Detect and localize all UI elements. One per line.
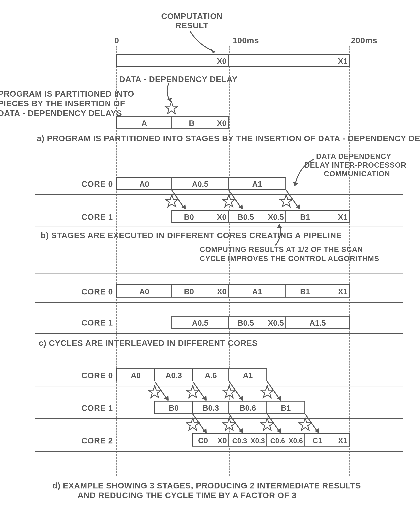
lbl-a-Bx: X0	[217, 119, 226, 128]
b-core1-s2-r: X1	[338, 213, 347, 221]
label-data-dep-delay: DATA - DEPENDENCY DELAY	[119, 75, 238, 84]
c-core0-s3-r: X1	[338, 287, 347, 296]
label-computation-result: COMPUTATION RESULT	[157, 12, 227, 30]
d-core2-s0-lbl: C0	[198, 436, 208, 445]
d-core0-s1: A0.3	[154, 368, 193, 381]
b-core1-label: CORE 1	[82, 212, 113, 222]
c-core0-s1-r: X0	[217, 287, 226, 296]
d-core0-s3-lbl: A1	[243, 371, 253, 380]
d-core0-s1-lbl: A0.3	[165, 371, 182, 380]
d-core1-s1-lbl: B0.3	[203, 404, 219, 412]
d-star-a2	[186, 385, 200, 399]
b-core1-s1: B0.5X0.5	[228, 210, 286, 223]
c-core1-s1-lbl: B0.5	[238, 319, 254, 327]
d-core2-s2: C0.6X0.6	[266, 433, 305, 447]
d-core0-s2-lbl: A.6	[205, 371, 217, 380]
box-a-B: B X0	[172, 116, 229, 129]
c-core0-s0: A0	[116, 284, 172, 298]
b-core1-s2: B1X1	[285, 210, 350, 223]
b-core1-s0: B0X0	[172, 210, 229, 223]
svg-marker-9	[186, 386, 199, 398]
c-rule-top	[35, 273, 403, 274]
caption-d-l1: d) EXAMPLE SHOWING 3 STAGES, PRODUCING 2…	[52, 481, 361, 490]
label-ipc-l3: COMMUNICATION	[324, 170, 390, 178]
d-core1-s0: B0	[154, 401, 193, 414]
b-core0-label: CORE 0	[82, 179, 113, 189]
b-core0-s0: A0	[116, 177, 172, 190]
axis-tick-100: 100ms	[233, 36, 259, 45]
b-core0-s2: A1	[228, 177, 286, 190]
d-star-b1	[186, 417, 200, 432]
c-core0-label: CORE 0	[82, 287, 113, 296]
d-core2-s0: C0X0	[192, 433, 229, 447]
leader-half-scan	[271, 224, 295, 247]
d-core2-s1-r: X0.3	[251, 437, 265, 445]
d-core1-s2-lbl: B0.6	[240, 404, 256, 412]
label-half-scan-l1: COMPUTING RESULTS AT 1/2 OF THE SCAN	[200, 245, 363, 254]
d-core1-s3: B1	[266, 401, 305, 414]
label-partition-note-l3: DATA - DEPENDENCY DELAYS	[0, 109, 112, 118]
d-rule-3	[35, 451, 403, 452]
d-star-b3	[260, 417, 274, 432]
d-core2-s1-lbl: C0.3	[232, 437, 247, 445]
c-core0-s3: B1X1	[285, 284, 350, 298]
b-core0-s1: A0.5	[172, 177, 229, 190]
d-star-a3	[222, 385, 236, 399]
lbl-a-A: A	[142, 119, 147, 128]
d-rule-1	[35, 386, 403, 387]
c-core0-s1: B0X0	[172, 284, 229, 298]
b-rule-1	[35, 194, 403, 195]
svg-marker-5	[222, 195, 235, 207]
b-star-2	[222, 194, 236, 208]
caption-a: a) PROGRAM IS PARTITIONED INTO STAGES BY…	[37, 134, 420, 143]
c-core0-s0-lbl: A0	[139, 287, 149, 296]
label-ipc-l2: DELAY INTER-PROCESSOR	[304, 161, 406, 169]
svg-marker-6	[280, 195, 292, 207]
svg-marker-4	[165, 195, 178, 207]
label-half-scan-l2: CYCLE IMPROVES THE CONTROL ALGORITHMS	[200, 255, 379, 263]
b-core1-s0-r: X0	[217, 213, 226, 221]
c-core1-s0-lbl: A0.5	[192, 319, 209, 327]
leader-computation-result	[186, 31, 225, 54]
label-ipc-l1: DATA DEPENDENCY	[316, 152, 391, 161]
d-star-a1	[148, 385, 162, 399]
d-core2-s2-lbl: C0.6	[270, 437, 285, 445]
d-rule-2	[35, 418, 403, 419]
c-core1-label: CORE 1	[82, 318, 113, 327]
svg-marker-11	[261, 386, 274, 398]
label-partition-note-l1: PROGRAM IS PARTITIONED INTO	[0, 89, 112, 99]
axis-tick-200: 200ms	[351, 36, 377, 45]
d-core1-s3-lbl: B1	[281, 404, 291, 412]
svg-marker-15	[299, 418, 312, 431]
d-star-b2	[222, 417, 236, 432]
leader-ipc	[293, 159, 318, 190]
d-core0-s0: A0	[116, 368, 155, 381]
svg-marker-14	[261, 418, 274, 431]
caption-d-l2: AND REDUCING THE CYCLE TIME BY A FACTOR …	[78, 491, 296, 500]
cycle1-result: X1	[338, 57, 347, 66]
svg-marker-8	[148, 386, 161, 398]
d-core1-s1: B0.3	[192, 401, 229, 414]
caption-c: c) CYCLES ARE INTERLEAVED IN DIFFERENT C…	[39, 339, 258, 348]
b-core1-s1-r: X0.5	[268, 213, 284, 221]
box-cycle0: X0	[116, 54, 229, 67]
lbl-a-B: B	[189, 119, 195, 128]
d-core2-s2-r: X0.6	[289, 437, 303, 445]
c-core0-s2-lbl: A1	[252, 287, 262, 296]
svg-marker-7	[277, 224, 282, 228]
c-rule-bot	[35, 333, 403, 334]
d-core1-s0-lbl: B0	[169, 404, 179, 412]
d-core2-s3: C1X1	[304, 433, 350, 447]
d-core0-s0-lbl: A0	[131, 371, 141, 380]
caption-b: b) STAGES ARE EXECUTED IN DIFFERENT CORE…	[41, 231, 342, 240]
svg-marker-12	[186, 418, 199, 431]
b-core0-s1-lbl: A0.5	[192, 180, 209, 189]
d-core2-s3-r: X1	[338, 436, 347, 445]
d-star-a4	[260, 385, 274, 399]
d-core0-s2: A.6	[192, 368, 229, 381]
b-core1-s1-lbl: B0.5	[238, 213, 254, 221]
b-star-1	[165, 194, 179, 208]
c-rule-mid	[35, 302, 403, 303]
b-core0-s2-lbl: A1	[252, 180, 262, 189]
svg-marker-13	[223, 418, 236, 431]
